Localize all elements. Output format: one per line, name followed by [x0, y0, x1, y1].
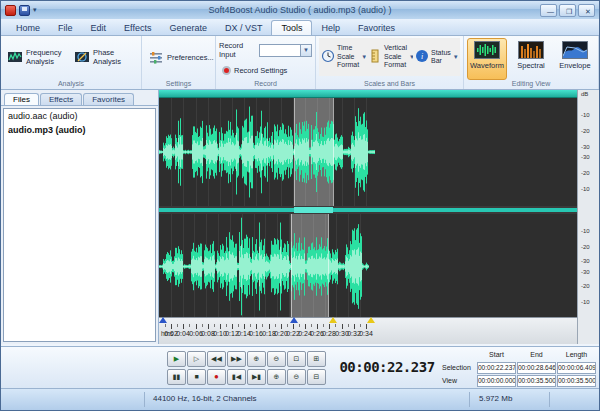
window-title: Soft4Boost Audio Studio ( audio.mp3 (aud… — [1, 5, 599, 15]
waveform-view-button[interactable]: Waveform — [467, 38, 507, 80]
ruler-minor-tick — [177, 324, 178, 327]
spectral-view-icon — [518, 41, 544, 59]
status-separator — [469, 392, 470, 407]
file-list-item[interactable]: audio.aac (audio) — [4, 109, 155, 123]
ruler-minor-tick — [226, 324, 227, 327]
record-button[interactable]: ● — [207, 369, 226, 385]
channel-divider — [159, 206, 577, 214]
ruler-minor-tick — [250, 324, 251, 327]
app-window: Soft4Boost Audio Studio ( audio.mp3 (aud… — [0, 0, 600, 411]
zoom-selection-button[interactable]: ⊡ — [287, 351, 306, 367]
selection-start-value[interactable]: 00:00:22.237 — [477, 362, 516, 374]
phase-analysis-button[interactable]: Phase Analysis — [71, 38, 138, 76]
record-input-select[interactable]: ▼ — [259, 44, 312, 57]
vertical-scale-format-button[interactable]: Vertical Scale Format ▼ — [366, 38, 413, 76]
transport-controls: ▶▷◀◀▶▶⊕⊖⊡⊞ ▮▮■●▮◀▶▮⊕⊖⊟ — [167, 351, 326, 385]
file-list-item[interactable]: audio.mp3 (audio) — [4, 123, 155, 137]
selection-panel-corner — [440, 349, 476, 361]
zoom-in-vertical-button[interactable]: ⊕ — [267, 369, 286, 385]
menu-tab-effects[interactable]: Effects — [115, 21, 160, 35]
ruler-minor-tick — [238, 324, 239, 327]
close-button[interactable]: ✕ — [578, 4, 595, 17]
sidebar-tab-files[interactable]: Files — [4, 93, 39, 105]
menu-tab-dx-vst[interactable]: DX / VST — [216, 21, 272, 35]
status-separator — [144, 392, 145, 407]
app-icon[interactable] — [5, 5, 16, 16]
pause-button[interactable]: ▮▮ — [167, 369, 186, 385]
sidebar-tab-effects[interactable]: Effects — [40, 93, 82, 105]
menu-tab-help[interactable]: Help — [312, 21, 349, 35]
view-end-value[interactable]: 00:00:35.500 — [517, 375, 556, 387]
zoom-full-button[interactable]: ⊞ — [307, 351, 326, 367]
menu-tab-edit[interactable]: Edit — [82, 21, 116, 35]
stop-button[interactable]: ■ — [187, 369, 206, 385]
menu-tab-generate[interactable]: Generate — [160, 21, 216, 35]
frequency-analysis-button[interactable]: Frequency Analysis — [4, 38, 71, 76]
step-forward-button[interactable]: ▶▶ — [227, 351, 246, 367]
group-label-editing-view: Editing View — [464, 78, 598, 89]
status-bar: 44100 Hz, 16-bit, 2 Channels 5.972 Mb — [1, 388, 599, 410]
sidebar-tab-favorites[interactable]: Favorites — [83, 93, 134, 105]
selection-end-marker-icon[interactable] — [329, 317, 337, 323]
selection-start-marker-icon[interactable] — [290, 317, 298, 323]
sidebar: FilesEffectsFavorites audio.aac (audio)a… — [1, 90, 159, 344]
ruler-minor-tick — [299, 324, 300, 327]
ruler-minor-tick — [189, 324, 190, 327]
ribbon-group-analysis: Frequency Analysis Phase Analysis Analys… — [1, 36, 142, 89]
ruler-minor-tick — [214, 324, 215, 327]
go-end-button[interactable]: ▶▮ — [247, 369, 266, 385]
view-start-value[interactable]: 00:00:00.000 — [477, 375, 516, 387]
title-bar: Soft4Boost Audio Studio ( audio.mp3 (aud… — [1, 1, 599, 19]
quick-access-dropdown-icon[interactable]: ▾ — [33, 6, 37, 14]
spectral-view-button[interactable]: Spectral — [511, 38, 551, 80]
selection-marker-bar[interactable] — [159, 90, 577, 98]
zoom-reset-button[interactable]: ⊟ — [307, 369, 326, 385]
envelope-view-button[interactable]: Envelope — [555, 38, 595, 80]
selection-end-value[interactable]: 00:00:28.646 — [517, 362, 556, 374]
save-icon[interactable] — [19, 5, 30, 16]
zoom-out-button[interactable]: ⊖ — [267, 351, 286, 367]
ruler-tick — [317, 324, 318, 329]
waveform-channel-1-canvas[interactable] — [159, 98, 375, 206]
time-scale-format-button[interactable]: Time Scale Format ▼ — [319, 38, 366, 76]
zoom-out-vertical-button[interactable]: ⊖ — [287, 369, 306, 385]
svg-text:i: i — [421, 52, 423, 61]
db-tick-label: -30 — [581, 258, 590, 264]
ruler-minor-tick — [287, 324, 288, 327]
menu-tab-tools[interactable]: Tools — [271, 20, 312, 35]
ruler-minor-tick — [165, 324, 166, 327]
ruler-tick — [305, 324, 306, 329]
time-scale-format-label: Time Scale Format — [337, 44, 359, 69]
time-ruler[interactable]: hms 0:020:040:060:080:100:120:140:160:18… — [159, 317, 577, 344]
record-settings-button[interactable]: Record Settings — [219, 63, 290, 78]
play-file-button[interactable]: ▷ — [187, 351, 206, 367]
selection-end-marker-icon[interactable] — [367, 317, 375, 323]
ruler-minor-tick — [335, 324, 336, 327]
time-display: 00:00:22.237 — [335, 359, 439, 375]
status-bar-button[interactable]: i Status Bar ▼ — [413, 38, 460, 76]
step-back-button[interactable]: ◀◀ — [207, 351, 226, 367]
ribbon-group-scales: Time Scale Format ▼ Vertical Scale Forma… — [316, 36, 464, 89]
ruler-tick — [256, 324, 257, 329]
zoom-in-button[interactable]: ⊕ — [247, 351, 266, 367]
go-start-button[interactable]: ▮◀ — [227, 369, 246, 385]
menu-tab-favorites[interactable]: Favorites — [349, 21, 404, 35]
preferences-icon — [148, 49, 164, 65]
waveform-channel-2-canvas[interactable] — [159, 214, 369, 319]
preferences-button[interactable]: Preferences... — [145, 38, 212, 76]
status-bar-label: Status Bar — [431, 49, 451, 66]
selection-start-marker-icon[interactable] — [159, 317, 167, 323]
selection-length-value[interactable]: 00:00:06.409 — [557, 362, 596, 374]
ruler-tick — [329, 324, 330, 329]
menu-tab-home[interactable]: Home — [7, 21, 49, 35]
menu-tab-file[interactable]: File — [49, 21, 82, 35]
ruler-tick — [208, 324, 209, 329]
ruler-tick — [293, 324, 294, 329]
envelope-view-label: Envelope — [559, 61, 590, 70]
minimize-button[interactable]: — — [540, 4, 557, 17]
play-button[interactable]: ▶ — [167, 351, 186, 367]
maximize-button[interactable]: ❐ — [559, 4, 576, 17]
db-tick-label: -20 — [581, 244, 590, 250]
phase-analysis-icon — [74, 49, 90, 65]
view-length-value[interactable]: 00:00:35.500 — [557, 375, 596, 387]
